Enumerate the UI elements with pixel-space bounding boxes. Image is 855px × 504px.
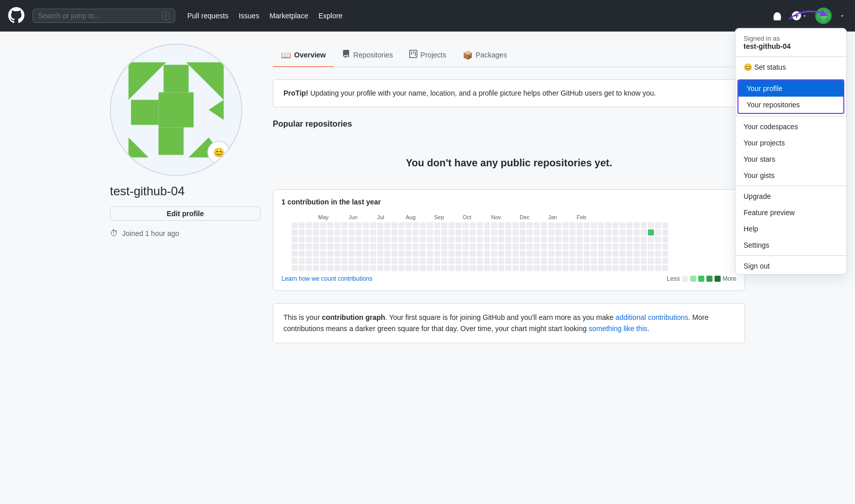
contrib-day[interactable] (619, 258, 625, 264)
contrib-day[interactable] (384, 222, 390, 228)
contrib-day[interactable] (384, 229, 390, 235)
contrib-day[interactable] (406, 244, 412, 250)
contrib-day[interactable] (391, 236, 397, 243)
contrib-day[interactable] (498, 244, 504, 250)
contrib-day[interactable] (548, 251, 554, 257)
your-stars-button[interactable]: Your stars (735, 151, 846, 167)
your-repositories-button[interactable]: Your repositories (738, 97, 843, 113)
contrib-day[interactable] (427, 265, 433, 271)
contrib-day[interactable] (434, 229, 440, 235)
contrib-day[interactable] (512, 244, 519, 250)
contrib-day[interactable] (377, 244, 383, 250)
contrib-day[interactable] (605, 265, 611, 271)
contrib-day[interactable] (292, 229, 298, 235)
contrib-day[interactable] (584, 258, 590, 264)
contrib-day[interactable] (548, 265, 554, 271)
set-status-button[interactable]: 😊 Set status (735, 59, 846, 75)
contrib-day[interactable] (541, 258, 547, 264)
contrib-day[interactable] (334, 236, 340, 243)
contrib-day[interactable] (541, 251, 547, 257)
contrib-day[interactable] (569, 258, 576, 264)
contrib-day[interactable] (434, 251, 440, 257)
contrib-day[interactable] (420, 265, 426, 271)
contrib-day[interactable] (619, 236, 625, 243)
contrib-day[interactable] (662, 251, 668, 257)
contrib-day[interactable] (634, 236, 640, 243)
contrib-day[interactable] (484, 229, 490, 235)
contrib-day[interactable] (477, 236, 483, 243)
contrib-day[interactable] (299, 258, 305, 264)
contrib-day[interactable] (605, 229, 611, 235)
contrib-day[interactable] (370, 244, 376, 250)
contrib-day[interactable] (634, 229, 640, 235)
contrib-day[interactable] (491, 251, 497, 257)
contrib-day[interactable] (427, 244, 433, 250)
contrib-day[interactable] (455, 229, 462, 235)
contrib-day[interactable] (520, 258, 526, 264)
contrib-day[interactable] (349, 244, 355, 250)
contrib-day[interactable] (619, 229, 625, 235)
contrib-day[interactable] (505, 222, 511, 228)
contrib-day[interactable] (413, 236, 419, 243)
contrib-day[interactable] (584, 244, 590, 250)
contrib-day[interactable] (441, 236, 447, 243)
contrib-day[interactable] (512, 229, 519, 235)
tab-projects[interactable]: Projects (401, 44, 454, 67)
contrib-day[interactable] (491, 244, 497, 250)
contrib-day[interactable] (577, 222, 583, 228)
contrib-day[interactable] (577, 229, 583, 235)
contrib-day[interactable] (591, 244, 597, 250)
contrib-day[interactable] (591, 236, 597, 243)
contrib-day[interactable] (477, 222, 483, 228)
contrib-day[interactable] (334, 244, 340, 250)
contrib-day[interactable] (477, 265, 483, 271)
contrib-day[interactable] (320, 244, 326, 250)
contrib-day[interactable] (641, 236, 647, 243)
contrib-day[interactable] (356, 251, 362, 257)
contrib-day[interactable] (648, 251, 654, 257)
contrib-day[interactable] (605, 258, 611, 264)
contrib-day[interactable] (420, 251, 426, 257)
contrib-day[interactable] (612, 265, 618, 271)
contrib-day[interactable] (484, 222, 490, 228)
contrib-day[interactable] (619, 222, 625, 228)
contrib-day[interactable] (598, 236, 604, 243)
contrib-day[interactable] (313, 258, 319, 264)
contrib-day[interactable] (306, 251, 312, 257)
contrib-day[interactable] (463, 222, 469, 228)
contrib-day[interactable] (455, 265, 462, 271)
contrib-day[interactable] (420, 258, 426, 264)
contrib-day[interactable] (562, 265, 568, 271)
contrib-day[interactable] (577, 244, 583, 250)
contrib-day[interactable] (363, 222, 369, 228)
contrib-day[interactable] (577, 236, 583, 243)
contrib-day[interactable] (477, 229, 483, 235)
contrib-day[interactable] (569, 236, 576, 243)
contrib-day[interactable] (626, 251, 633, 257)
contrib-day[interactable] (292, 244, 298, 250)
contrib-day[interactable] (612, 244, 618, 250)
contrib-day[interactable] (470, 265, 476, 271)
contrib-day[interactable] (598, 229, 604, 235)
contrib-day[interactable] (349, 236, 355, 243)
contrib-day[interactable] (491, 236, 497, 243)
contrib-day[interactable] (634, 251, 640, 257)
contrib-day[interactable] (427, 229, 433, 235)
contrib-day[interactable] (555, 258, 561, 264)
contrib-day[interactable] (341, 229, 348, 235)
contrib-day[interactable] (370, 222, 376, 228)
contrib-day[interactable] (619, 265, 625, 271)
contrib-day[interactable] (398, 265, 405, 271)
contrib-day[interactable] (626, 236, 633, 243)
contrib-day[interactable] (641, 251, 647, 257)
contrib-day[interactable] (541, 244, 547, 250)
contrib-day[interactable] (655, 251, 661, 257)
contrib-day[interactable] (534, 244, 540, 250)
contrib-day[interactable] (341, 244, 348, 250)
contrib-day[interactable] (505, 244, 511, 250)
contrib-day[interactable] (626, 244, 633, 250)
contrib-day[interactable] (292, 258, 298, 264)
contrib-day[interactable] (605, 236, 611, 243)
contrib-day[interactable] (655, 265, 661, 271)
contrib-day[interactable] (520, 251, 526, 257)
